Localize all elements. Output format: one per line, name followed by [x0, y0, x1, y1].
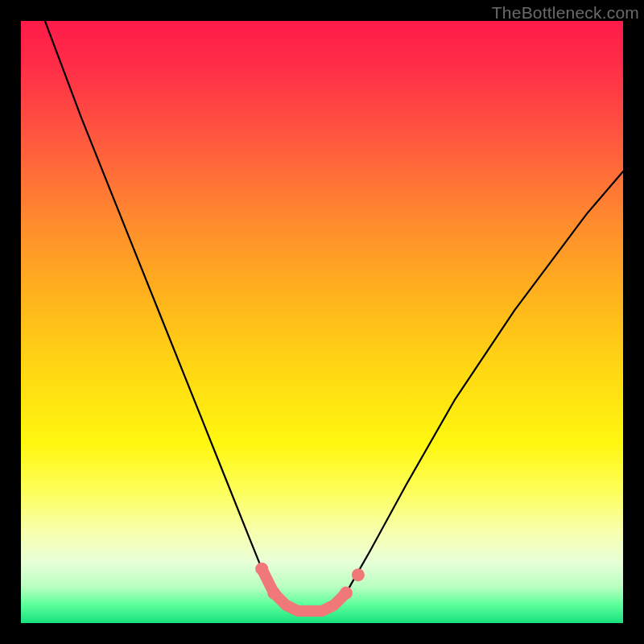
- plot-area: [21, 21, 623, 623]
- highlight-dot-icon: [267, 587, 280, 600]
- highlight-dot-icon: [340, 587, 353, 600]
- highlight-dot-icon: [255, 563, 268, 576]
- watermark-text: TheBottleneck.com: [492, 3, 639, 23]
- bottleneck-curve: [45, 21, 623, 611]
- highlight-dot-icon: [352, 568, 365, 581]
- chart-stage: TheBottleneck.com: [0, 0, 644, 644]
- curve-layer: [21, 21, 623, 623]
